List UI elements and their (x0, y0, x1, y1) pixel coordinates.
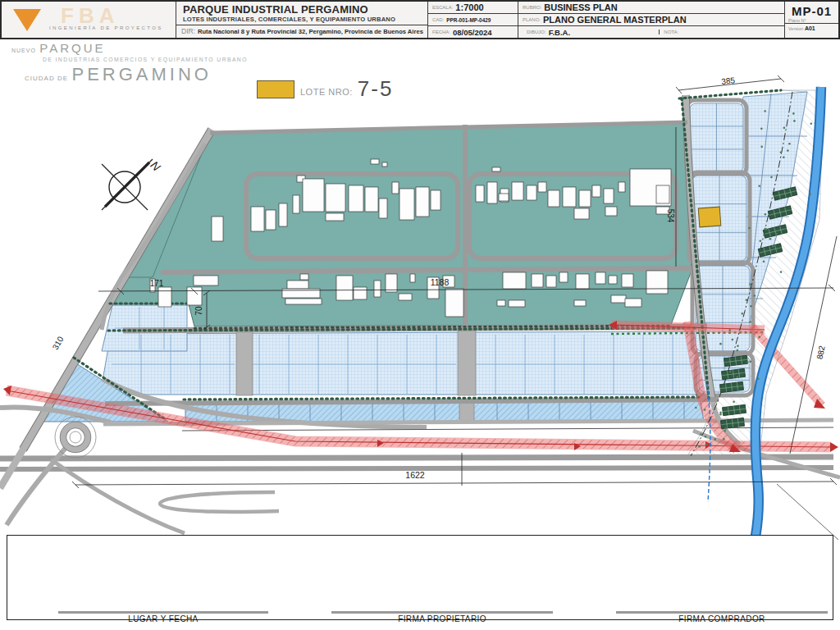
building (194, 276, 218, 285)
building (410, 274, 415, 282)
building (527, 185, 536, 200)
building (386, 274, 397, 292)
lot-legend-value: 7-5 (358, 79, 394, 98)
building (605, 207, 617, 216)
plano-field: PLANO:PLANO GENERAL MASTERPLAN (518, 14, 784, 26)
industrial-zone-west-wedge (121, 141, 207, 277)
building (609, 276, 617, 284)
masterplan-sheet: 385 534 1188 171 70 310 882 1622 N FBA I… (0, 0, 840, 630)
building (365, 187, 378, 212)
building (509, 300, 525, 307)
compass-north-label: N (148, 158, 163, 174)
building (212, 217, 223, 241)
building (416, 187, 429, 217)
building (576, 274, 589, 289)
building (559, 272, 568, 282)
building (303, 179, 324, 212)
building (538, 182, 546, 192)
riverside-lot-strip (715, 92, 807, 386)
building (619, 182, 625, 192)
building (326, 184, 345, 212)
company-logo: FBA INGENIERÍA DE PROYECTOS (2, 2, 176, 38)
tree-grove (763, 225, 788, 238)
riverside-strip-lot-lines (727, 136, 807, 340)
nature-reserve-area (687, 90, 824, 456)
nota-field: NOTA: (659, 30, 784, 34)
building (499, 194, 509, 201)
lot-small-block (102, 305, 187, 351)
title-block: FBA INGENIERÍA DE PROYECTOS PARQUE INDUS… (0, 0, 840, 39)
building (596, 272, 605, 284)
highlighted-roads (3, 321, 838, 452)
building (574, 300, 586, 306)
lot-division-lines (112, 307, 693, 421)
logo-tagline: INGENIERÍA DE PROYECTOS (49, 25, 163, 30)
building (492, 167, 500, 171)
building (445, 289, 463, 317)
building (293, 195, 299, 213)
building (656, 207, 669, 214)
lot-band-cross-roads (236, 331, 476, 422)
tree-clusters (719, 187, 797, 429)
drawing-heading: NUEVO PARQUE DE INDUSTRIAS COMERCIOS Y E… (11, 41, 248, 85)
building (625, 299, 641, 307)
building (592, 185, 600, 197)
building (656, 185, 669, 203)
project-subtitle: LOTES INDUSTRIALES, COMERCIALES, Y EQUIP… (176, 16, 427, 25)
roundabout (63, 425, 88, 450)
signature-line (616, 611, 828, 614)
building (150, 279, 155, 292)
tree-grove (720, 418, 744, 428)
building (382, 162, 387, 167)
north-compass: N (102, 158, 164, 210)
date-field: FECHA:08/05/2024 (428, 26, 518, 38)
building (622, 274, 633, 287)
cad-field: CAD:PPR-001-MP-0429 (428, 14, 518, 26)
building (431, 190, 441, 210)
building (574, 208, 589, 219)
street-tree-rows (74, 90, 781, 418)
version-field: Version A01 (785, 23, 838, 38)
heading-subline: DE INDUSTRIAS COMERCIOS Y EQUIPAMIENTO U… (43, 57, 248, 62)
lot-color-swatch (257, 80, 294, 98)
building (251, 207, 264, 231)
building (548, 190, 559, 207)
building (497, 300, 505, 306)
building (379, 199, 387, 218)
scattered-trees (695, 110, 812, 447)
lot-band-row2 (185, 400, 704, 422)
building (158, 287, 171, 307)
building (187, 287, 202, 305)
lot-band-row1 (100, 331, 704, 395)
building (300, 274, 308, 280)
building (287, 281, 308, 289)
lot-legend-label: LOTE NRO: (300, 87, 353, 97)
building (374, 281, 381, 297)
lot-legend: LOTE NRO: 7-5 (257, 79, 393, 98)
building (392, 182, 399, 194)
building (546, 276, 556, 287)
dimension-lines (72, 75, 837, 488)
building (297, 176, 305, 182)
building (349, 185, 363, 212)
signature-caption-owner: FIRMA PROPIETARIO (331, 614, 553, 623)
signature-line (331, 611, 553, 614)
tree-grove (724, 355, 747, 366)
project-title: PARQUE INDUSTRIAL PERGAMINO (176, 2, 427, 16)
dim-310: 310 (51, 335, 66, 351)
dim-171: 171 (150, 279, 164, 288)
tree-grove (722, 404, 746, 415)
dim-70: 70 (194, 306, 203, 316)
dim-882: 882 (815, 345, 826, 360)
logo-triangle-icon (13, 9, 41, 31)
signature-caption-place-date: LUGAR Y FECHA (58, 614, 268, 623)
scale-field: ESCALA:1:7000 (428, 2, 518, 14)
dim-385: 385 (721, 75, 736, 86)
building-footprints (150, 159, 671, 317)
signature-block: LUGAR Y FECHA FIRMA PROPIETARIO FIRMA CO… (7, 535, 833, 620)
dim-1188: 1188 (431, 277, 450, 287)
building (326, 213, 344, 221)
dim-534: 534 (666, 209, 675, 223)
building (399, 294, 412, 300)
building (579, 190, 591, 207)
